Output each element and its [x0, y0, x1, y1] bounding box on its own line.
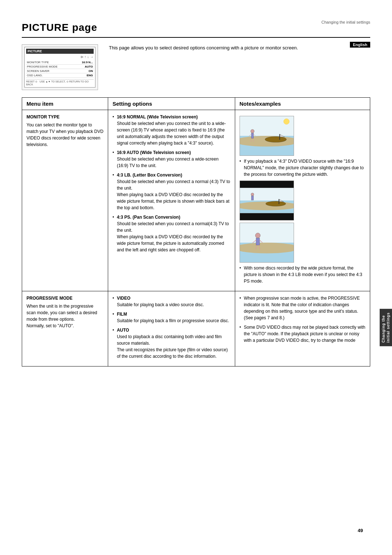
svg-rect-13: [240, 181, 294, 188]
note-1-monitor: If you playback a "4:3" DVD VIDEO source…: [240, 158, 366, 178]
intro-text: This page allows you to select desired o…: [109, 44, 370, 52]
progressive-mode-label: PROGRESSIVE MODE: [26, 295, 103, 301]
side-tab-text: Changing theinitial settings: [380, 309, 392, 346]
option-16-9-normal: 16:9 NORMAL (Wide Television screen) Sho…: [113, 114, 230, 146]
page-title: PICTURE page: [22, 22, 97, 33]
screenshot-title: PICTURE: [26, 49, 94, 54]
screenshot-row-2: PROGRESSIVE MODE AUTO: [26, 65, 94, 69]
svg-rect-22: [251, 196, 253, 200]
svg-point-6: [250, 129, 254, 133]
note-1-progressive: When progressive scan mode is active, th…: [240, 295, 366, 321]
svg-point-21: [251, 193, 254, 196]
screenshot-row-4: OSD LANG. ENG: [26, 73, 94, 78]
note-2-progressive: Some DVD VIDEO discs may not be played b…: [240, 324, 366, 344]
col-header-menu: Menu item: [22, 98, 108, 110]
chapter-label: Changing the initial settings: [321, 20, 370, 24]
setting-options-cell-progressive: VIDEO Suitable for playing back a video …: [108, 291, 235, 366]
option-film: FILM Suitable for playing back a film or…: [113, 311, 230, 324]
screenshot-row-3: SCREEN SAVER ON: [26, 69, 94, 73]
page-number: 49: [358, 528, 363, 533]
svg-point-26: [255, 233, 260, 238]
menu-item-cell-monitor: MONITOR TYPE You can select the monitor …: [22, 110, 108, 291]
table-row: PROGRESSIVE MODE When the unit is in the…: [22, 291, 370, 366]
svg-rect-15: [240, 188, 294, 202]
menu-screenshot: PICTURE ⊳ ↑ ↓ → MONITOR TYPE 16:9 N... P…: [22, 44, 98, 90]
side-tab: Changing theinitial settings: [380, 309, 392, 346]
screenshot-footer: RESET ⊙ USE ▲▼ TO SELECT, ⊙ RETURN TO GO…: [26, 79, 94, 86]
screenshot-icons: ⊳ ↑ ↓ →: [26, 55, 94, 59]
notes-cell-monitor: If you playback a "4:3" DVD VIDEO source…: [235, 110, 370, 291]
svg-point-25: [240, 243, 294, 254]
menu-item-cell-progressive: PROGRESSIVE MODE When the unit is in the…: [22, 291, 108, 366]
col-header-notes: Notes/examples: [235, 98, 370, 110]
illustration-widescreen: [240, 116, 294, 156]
option-video: VIDEO Suitable for playing back a video …: [113, 295, 230, 308]
monitor-options-list: 16:9 NORMAL (Wide Television screen) Sho…: [113, 114, 230, 253]
svg-rect-4: [279, 134, 280, 140]
monitor-type-label: MONITOR TYPE: [26, 114, 103, 120]
col-header-setting: Setting options: [108, 98, 235, 110]
svg-point-2: [240, 136, 294, 147]
setting-options-cell-monitor: 16:9 NORMAL (Wide Television screen) Sho…: [108, 110, 235, 291]
progressive-options-list: VIDEO Suitable for playing back a video …: [113, 295, 230, 360]
option-43-ps: 4:3 PS. (Pan Scan Conversion) Should be …: [113, 214, 230, 253]
screenshot-row-1: MONITOR TYPE 16:9 N...: [26, 60, 94, 65]
note-2-monitor: With some discs recorded by the wide pic…: [240, 265, 366, 284]
content-table: Menu item Setting options Notes/examples…: [22, 97, 370, 366]
svg-point-3: [265, 137, 286, 142]
svg-point-12: [283, 119, 289, 125]
notes-cell-progressive: When progressive scan mode is active, th…: [235, 291, 370, 366]
svg-rect-19: [278, 199, 279, 204]
option-43-lb: 4:3 LB. (Letter Box Conversion) Should b…: [113, 172, 230, 211]
illustration-panscan: [240, 223, 294, 263]
monitor-type-desc: You can select the monitor type to match…: [26, 122, 103, 148]
svg-rect-7: [251, 133, 253, 138]
svg-point-18: [266, 201, 286, 206]
option-16-9-auto: 16:9 AUTO (Wide Television screen) Shoul…: [113, 149, 230, 169]
table-row: MONITOR TYPE You can select the monitor …: [22, 110, 370, 291]
svg-rect-27: [256, 238, 260, 245]
illustration-letterbox: [240, 181, 294, 220]
svg-rect-14: [240, 213, 294, 220]
language-badge: English: [350, 42, 370, 48]
option-auto: AUTO Used to playback a disc containing …: [113, 327, 230, 360]
progressive-mode-desc: When the unit is in the progressive scan…: [26, 303, 103, 329]
